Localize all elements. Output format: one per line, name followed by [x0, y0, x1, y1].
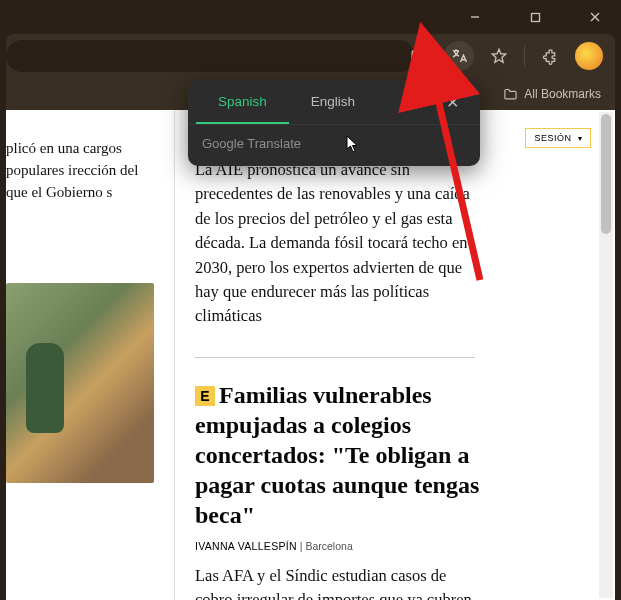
browser-toolbar: [6, 34, 615, 78]
article-photo[interactable]: [6, 283, 154, 483]
folder-icon: [503, 87, 518, 102]
article2-byline: IVANNA VALLESPÍN | Barcelona: [195, 540, 615, 552]
translate-popup: Spanish English ⋮ ✕ Google Translate: [188, 80, 480, 166]
page-content: plicó en una cargos populares irección d…: [6, 110, 615, 600]
window-titlebar: [0, 0, 621, 34]
kebab-icon: ⋮: [406, 93, 422, 112]
all-bookmarks-label: All Bookmarks: [524, 87, 601, 101]
svg-rect-4: [412, 51, 426, 60]
window-minimize-button[interactable]: [455, 3, 495, 31]
main-column: SESIÓN ▾ La AIE pronostica un avance sin…: [174, 110, 615, 600]
translate-footer-label: Google Translate: [188, 124, 480, 162]
translate-tab-target[interactable]: English: [289, 80, 377, 124]
chevron-down-icon: ▾: [578, 134, 583, 143]
translate-tab-source[interactable]: Spanish: [196, 80, 289, 124]
left-column: plicó en una cargos populares irección d…: [6, 110, 166, 600]
article1-body: La AIE pronostica un avance sin preceden…: [195, 158, 475, 329]
article-divider: [195, 357, 475, 358]
scrollbar-thumb[interactable]: [601, 114, 611, 234]
article2-body: Las AFA y el Síndic estudian casos de co…: [195, 564, 480, 600]
premium-badge: E: [195, 386, 215, 406]
star-icon[interactable]: [484, 41, 514, 71]
article2-author: IVANNA VALLESPÍN: [195, 540, 297, 552]
translate-icon[interactable]: [444, 41, 474, 71]
extensions-icon[interactable]: [535, 41, 565, 71]
profile-avatar[interactable]: [575, 42, 603, 70]
sidebar-article-snippet: plicó en una cargos populares irección d…: [6, 138, 154, 203]
translate-menu-button[interactable]: ⋮: [400, 88, 428, 116]
article2-headline-text: Familias vulnerables empujadas a colegio…: [195, 382, 479, 528]
svg-marker-5: [492, 49, 506, 62]
cast-icon[interactable]: [404, 41, 434, 71]
all-bookmarks-button[interactable]: All Bookmarks: [503, 87, 601, 102]
window-maximize-button[interactable]: [515, 3, 555, 31]
window-close-button[interactable]: [575, 3, 615, 31]
close-icon: ✕: [446, 93, 459, 112]
session-button-label: SESIÓN: [534, 133, 571, 143]
session-button[interactable]: SESIÓN ▾: [525, 128, 591, 148]
address-bar[interactable]: [6, 40, 415, 72]
article2-headline[interactable]: EFamilias vulnerables empujadas a colegi…: [195, 380, 485, 530]
svg-rect-1: [531, 13, 539, 21]
translate-close-button[interactable]: ✕: [438, 88, 466, 116]
vertical-scrollbar[interactable]: [599, 112, 613, 598]
article2-location: Barcelona: [305, 540, 352, 552]
